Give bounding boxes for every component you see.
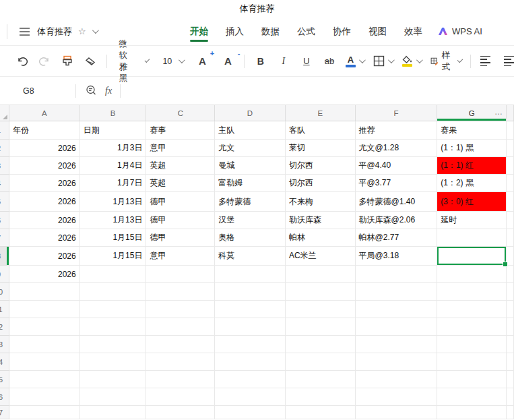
cell-H12-sliver[interactable] — [507, 318, 514, 336]
redo-button[interactable] — [38, 53, 51, 70]
row-header-8[interactable]: 8 — [0, 247, 9, 266]
column-header-G[interactable]: G… — [437, 105, 507, 121]
cell-G4[interactable]: (1：2) 黑 — [437, 175, 507, 192]
cell-A11[interactable] — [9, 301, 80, 318]
cell-D3[interactable]: 曼城 — [215, 157, 286, 175]
column-header-D[interactable]: D — [215, 105, 286, 121]
column-header-E[interactable]: E — [286, 105, 356, 121]
cell-A6[interactable]: 2026 — [9, 212, 80, 229]
cell-E14[interactable] — [286, 353, 356, 371]
cell-B7[interactable]: 1月15日 — [80, 229, 147, 247]
cell-F4[interactable]: 平@3.77 — [356, 175, 438, 192]
cell-H4-sliver[interactable] — [507, 175, 514, 192]
cell-C7[interactable]: 德甲 — [146, 229, 215, 247]
cell-C10[interactable] — [146, 283, 215, 301]
cell-G8[interactable] — [437, 247, 507, 266]
cell-H14-sliver[interactable] — [507, 353, 514, 371]
cell-C8[interactable]: 意甲 — [146, 247, 215, 266]
cell-F3[interactable]: 平@4.40 — [356, 157, 438, 175]
cell-H5-sliver[interactable] — [507, 192, 514, 212]
cell-G5[interactable]: (3：0) 红 — [437, 192, 507, 212]
cell-G15[interactable] — [437, 371, 507, 388]
cell-E9[interactable] — [286, 266, 356, 283]
cell-C16[interactable] — [146, 388, 215, 406]
format-painter-button[interactable] — [61, 53, 74, 70]
cell-D15[interactable] — [215, 371, 286, 388]
cell-F5[interactable]: 多特蒙德@1.40 — [356, 192, 438, 212]
cell-G3[interactable]: (1：1) 红 — [437, 157, 507, 175]
cell-A9[interactable]: 2026 — [9, 266, 80, 283]
cell-F8[interactable]: 平局@3.18 — [356, 247, 438, 266]
cell-H10-sliver[interactable] — [507, 283, 514, 301]
cell-H9-sliver[interactable] — [507, 266, 514, 283]
cell-C1[interactable]: 赛事 — [146, 121, 215, 140]
cell-B1[interactable]: 日期 — [80, 121, 147, 140]
cell-C3[interactable]: 英超 — [146, 157, 215, 175]
cell-H6-sliver[interactable] — [507, 212, 514, 229]
cell-F6[interactable]: 勒沃库森@2.06 — [356, 212, 438, 229]
cell-A1[interactable]: 年份 — [9, 121, 80, 140]
cell-E5[interactable]: 不来梅 — [286, 192, 356, 212]
row-header-5[interactable]: 5 — [0, 192, 9, 212]
bold-button[interactable]: B — [254, 53, 267, 70]
column-header-A[interactable]: A — [9, 105, 80, 121]
cell-B12[interactable] — [80, 318, 147, 336]
row-header-15[interactable]: 15 — [0, 371, 9, 388]
cell-G7[interactable] — [437, 229, 507, 247]
cell-D1[interactable]: 主队 — [215, 121, 286, 140]
cell-G9[interactable] — [437, 266, 507, 283]
cell-C12[interactable] — [146, 318, 215, 336]
cell-F2[interactable]: 尤文@1.28 — [356, 140, 438, 157]
cell-B6[interactable]: 1月13日 — [80, 212, 147, 229]
cell-F9[interactable] — [356, 266, 438, 283]
tab-insert[interactable]: 插入 — [224, 20, 245, 43]
eraser-button[interactable] — [84, 53, 97, 70]
cell-A5[interactable]: 2026 — [9, 192, 80, 212]
cell-B11[interactable] — [80, 301, 147, 318]
favorite-star-icon[interactable]: ☆ — [78, 26, 86, 36]
cell-E12[interactable] — [286, 318, 356, 336]
cell-styles-button[interactable]: 样式 — [430, 50, 461, 73]
cell-C13[interactable] — [146, 336, 215, 353]
cell-E15[interactable] — [286, 371, 356, 388]
row-header-7[interactable]: 7 — [0, 229, 9, 247]
column-header-H-sliver[interactable] — [507, 105, 514, 121]
cell-A4[interactable]: 2026 — [9, 175, 80, 192]
cell-H3-sliver[interactable] — [507, 157, 514, 175]
cell-E1[interactable]: 客队 — [286, 121, 356, 140]
cell-H2-sliver[interactable] — [507, 140, 514, 157]
cell-F13[interactable] — [356, 336, 438, 353]
cell-D4[interactable]: 富勒姆 — [215, 175, 286, 192]
cell-D14[interactable] — [215, 353, 286, 371]
cell-C2[interactable]: 意甲 — [146, 140, 215, 157]
cell-B8[interactable]: 1月15日 — [80, 247, 147, 266]
undo-button[interactable] — [15, 53, 28, 70]
tab-collaborate[interactable]: 协作 — [331, 20, 352, 43]
cell-C4[interactable]: 英超 — [146, 175, 215, 192]
cell-E2[interactable]: 莱切 — [286, 140, 356, 157]
cell-C11[interactable] — [146, 301, 215, 318]
cell-E17[interactable] — [286, 406, 356, 419]
cell-E7[interactable]: 帕林 — [286, 229, 356, 247]
cell-A7[interactable]: 2026 — [9, 229, 80, 247]
cell-G10[interactable] — [437, 283, 507, 301]
cell-D6[interactable]: 汉堡 — [215, 212, 286, 229]
cell-E13[interactable] — [286, 336, 356, 353]
cell-H7-sliver[interactable] — [507, 229, 514, 247]
cell-E4[interactable]: 切尔西 — [286, 175, 356, 192]
borders-button[interactable] — [373, 55, 393, 67]
row-header-12[interactable]: 12 — [0, 318, 9, 336]
select-all-corner[interactable] — [0, 105, 9, 121]
cell-G13[interactable] — [437, 336, 507, 353]
cell-B14[interactable] — [80, 353, 147, 371]
row-header-4[interactable]: 4 — [0, 175, 9, 192]
cell-A12[interactable] — [9, 318, 80, 336]
cell-F12[interactable] — [356, 318, 438, 336]
cell-D13[interactable] — [215, 336, 286, 353]
font-size-select[interactable]: 10 — [160, 55, 186, 67]
row-header-2[interactable]: 2 — [0, 140, 9, 157]
cell-C14[interactable] — [146, 353, 215, 371]
cell-C9[interactable] — [146, 266, 215, 283]
cell-A17[interactable] — [9, 406, 80, 419]
cell-F16[interactable] — [356, 388, 438, 406]
